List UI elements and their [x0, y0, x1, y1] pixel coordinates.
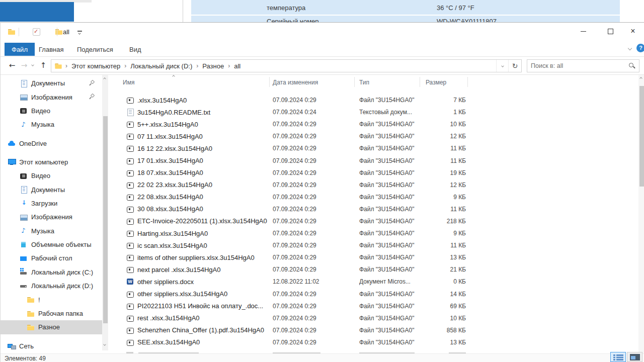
- file-row-3[interactable]: 07 11.xlsx.3u154HgA007.09.2024 0:29Файл …: [109, 130, 638, 142]
- sidebar-item-4[interactable]: OneDrive: [1, 136, 102, 150]
- partial-file-row[interactable]: [109, 348, 638, 353]
- sidebar-item-3[interactable]: Музыка: [1, 118, 102, 131]
- file-name: other sippliers.xlsx.3u154HgA0: [137, 290, 273, 298]
- folder-icon: [27, 310, 35, 318]
- search-icon[interactable]: [628, 62, 636, 70]
- sidebar-item-13[interactable]: Локальный диск (C:): [1, 265, 102, 279]
- file-name: ETC-Invoice-202205011 (1).xlsx.3u154HgA0: [137, 217, 273, 225]
- file-row-11[interactable]: Harting.xlsx.3u154HgA007.09.2024 0:29Фай…: [109, 227, 638, 239]
- file-size: 11 КБ: [426, 242, 466, 249]
- file-row-17[interactable]: PI20221103 H51 Инвойс на оплату_.doc...0…: [109, 300, 638, 312]
- scroll-up-icon[interactable]: [103, 77, 106, 80]
- sidebar-item-7[interactable]: Документы: [1, 183, 102, 196]
- tab-home[interactable]: Главная: [32, 43, 70, 56]
- column-separator[interactable]: [269, 77, 270, 87]
- sidebar-item-1[interactable]: Изображения: [1, 90, 102, 104]
- file-type: Файл "3U154HGA0": [359, 97, 426, 104]
- file-list-scrollbar[interactable]: [638, 75, 644, 353]
- sidebar-item-16[interactable]: Рабочая папка: [1, 307, 102, 320]
- sidebar-item-8[interactable]: Загрузки: [1, 197, 102, 210]
- column-header-size[interactable]: Размер: [426, 79, 446, 86]
- column-separator[interactable]: [467, 77, 468, 87]
- sidebar-item-0[interactable]: Документы: [1, 76, 102, 90]
- history-dropdown-icon[interactable]: [31, 63, 34, 66]
- up-button[interactable]: ↑: [38, 61, 49, 70]
- refresh-icon[interactable]: ↻: [508, 60, 521, 72]
- file-row-7[interactable]: 22 02 23.xlsx.3u154HgA007.09.2024 0:29Фа…: [109, 179, 638, 191]
- column-separator[interactable]: [354, 77, 355, 87]
- minimize-button[interactable]: [572, 23, 595, 40]
- sidebar-item-2[interactable]: Видео: [1, 104, 102, 118]
- video-icon: [20, 107, 28, 115]
- qat-customize-icon[interactable]: [77, 29, 83, 36]
- temperature-label: температура: [267, 4, 305, 11]
- scroll-down-icon[interactable]: [103, 343, 106, 346]
- ribbon-collapse-icon[interactable]: [628, 46, 632, 50]
- sidebar-item-5[interactable]: Этот компьютер: [1, 155, 102, 169]
- tab-file[interactable]: Файл: [5, 43, 35, 56]
- crumb-raznoe[interactable]: Разное: [201, 62, 225, 70]
- qat-new-folder-icon[interactable]: [55, 28, 63, 36]
- sidebar-item-15[interactable]: !: [1, 293, 102, 306]
- file-row-10[interactable]: ETC-Invoice-202205011 (1).xlsx.3u154HgA0…: [109, 215, 638, 227]
- file-row-0[interactable]: .xlsx.3u154HgA007.09.2024 0:29Файл "3U15…: [109, 94, 638, 106]
- sidebar-item-11[interactable]: Объемные объекты: [1, 238, 102, 251]
- maximize-button[interactable]: [599, 23, 622, 40]
- sidebar-item-9[interactable]: Изображения: [1, 210, 102, 224]
- file-row-19[interactable]: Schenzhen China_Offer (1).pdf.3u154HgA00…: [109, 324, 638, 336]
- crumb-all[interactable]: all: [233, 62, 242, 70]
- address-dropdown-icon[interactable]: [496, 60, 508, 72]
- file-list-scrollbar-thumb[interactable]: [639, 86, 644, 187]
- main-area: ДокументыИзображенияВидеоМузыкаOneDriveЭ…: [1, 75, 644, 353]
- address-box[interactable]: › Этот компьютер › Локальный диск (D:) ›…: [51, 59, 522, 72]
- file-row-4[interactable]: 16 12 22.xlsx.3u154HgA007.09.2024 0:29Фа…: [109, 142, 638, 154]
- column-header-type[interactable]: Тип: [359, 79, 369, 86]
- sidebar-item-18[interactable]: Сеть: [1, 339, 102, 352]
- details-view-button[interactable]: [610, 352, 626, 362]
- column-separator[interactable]: [420, 77, 420, 87]
- thumbnail-view-button[interactable]: [627, 352, 642, 362]
- file-size: 69 КБ: [426, 303, 466, 310]
- file-row-14[interactable]: next parcel .xlsx.3u154HgA007.09.2024 0:…: [109, 263, 638, 276]
- column-header-date[interactable]: Дата изменения: [273, 79, 318, 86]
- back-button[interactable]: ←: [7, 61, 18, 70]
- sidebar-item-14[interactable]: Локальный диск (D:): [1, 279, 102, 293]
- qat-properties-icon[interactable]: [32, 28, 40, 36]
- file-row-13[interactable]: items of other suppliers.xlsx.3u154HgA00…: [109, 251, 638, 263]
- file-row-16[interactable]: other sippliers.xlsx.3u154HgA007.09.2024…: [109, 288, 638, 300]
- column-header-name[interactable]: Имя: [123, 79, 134, 86]
- sidebar-scrollbar-thumb[interactable]: [103, 116, 108, 323]
- file-row-12[interactable]: ic scan.xlsx.3u154HgA007.09.2024 0:29Фай…: [109, 239, 638, 251]
- sidebar-item-17[interactable]: Разное: [1, 320, 102, 334]
- file-size: 218 КБ: [426, 218, 466, 225]
- file-row-1[interactable]: 3u154HgA0.README.txt07.09.2024 0:24Текст…: [109, 106, 638, 118]
- file-row-9[interactable]: 30 08.xlsx.3u154HgA007.09.2024 0:29Файл …: [109, 203, 638, 215]
- file-row-6[interactable]: 18 07.xlsx.3u154HgA007.09.2024 0:29Файл …: [109, 167, 638, 179]
- file-type: Файл "3U154HGA0": [359, 194, 426, 201]
- sidebar-scrollbar[interactable]: [102, 75, 108, 350]
- crumb-disk-d[interactable]: Локальный диск (D:): [129, 62, 193, 70]
- file-row-20[interactable]: SEE.xlsx.3u154HgA007.09.2024 0:29Файл "3…: [109, 336, 638, 348]
- file-row-2[interactable]: 5++.xlsx.3u154HgA007.09.2024 0:29Файл "3…: [109, 118, 638, 130]
- file-row-15[interactable]: other sippliers.docx12.08.2022 11:02Доку…: [109, 276, 638, 288]
- file-date: 07.09.2024 0:29: [273, 303, 359, 310]
- file-row-18[interactable]: rest .xlsx.3u154HgA007.09.2024 0:29Файл …: [109, 312, 638, 324]
- tab-view[interactable]: Вид: [122, 43, 148, 56]
- scroll-up-icon[interactable]: [639, 77, 642, 80]
- search-input[interactable]: [531, 61, 624, 71]
- help-icon[interactable]: ?: [636, 44, 644, 52]
- close-button[interactable]: ×: [621, 23, 644, 40]
- file-row-8[interactable]: 22 08.xlsx.3u154HgA007.09.2024 0:29Файл …: [109, 191, 638, 203]
- file-type: Файл "3U154HGA0": [359, 242, 426, 249]
- sidebar-item-12[interactable]: Рабочий стол: [1, 251, 102, 265]
- file-size: 858 КБ: [426, 327, 466, 334]
- file-row-5[interactable]: 17 01.xlsx.3u154HgA007.09.2024 0:29Файл …: [109, 154, 638, 166]
- tab-share[interactable]: Поделиться: [70, 43, 120, 56]
- sidebar-item-10[interactable]: Музыка: [1, 224, 102, 238]
- desktop-icon: [20, 254, 28, 262]
- sidebar-item-label: Документы: [31, 79, 65, 87]
- crumb-this-pc[interactable]: Этот компьютер: [70, 62, 121, 70]
- forward-button[interactable]: →: [19, 61, 30, 70]
- file-rows: .xlsx.3u154HgA007.09.2024 0:29Файл "3U15…: [109, 94, 638, 348]
- sidebar-item-6[interactable]: Видео: [1, 169, 102, 183]
